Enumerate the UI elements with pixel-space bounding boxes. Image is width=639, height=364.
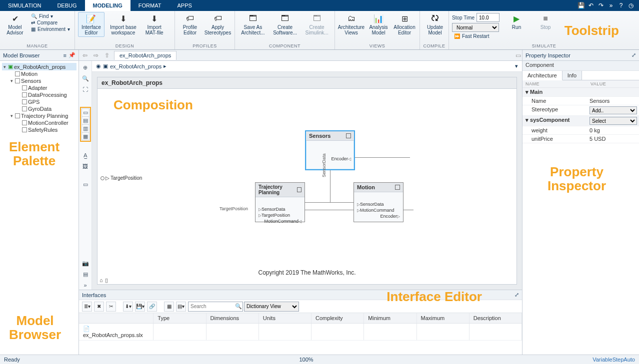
gear-icon[interactable]: ◷	[627, 1, 635, 9]
tree-item[interactable]: Adapter	[2, 84, 76, 91]
interface-editor-button[interactable]: 📝 Interface Editor	[78, 12, 104, 37]
tree-item[interactable]: MotionController	[2, 119, 76, 126]
analysis-model-button[interactable]: 📊 Analysis Model	[366, 12, 390, 37]
pi-tab-architecture[interactable]: Architecture	[522, 71, 562, 80]
external-input-port[interactable]: ▷TargetPosition	[100, 175, 142, 181]
if-col-max[interactable]: Maximum	[417, 313, 470, 323]
profile-editor-button[interactable]: 🏷 Profile Editor	[178, 12, 202, 37]
architecture-views-button[interactable]: 🗂 Architecture Views	[338, 12, 364, 37]
block-open-icon[interactable]	[395, 185, 400, 190]
stop-time-input[interactable]	[476, 13, 500, 22]
tree-item[interactable]: DataProcessing	[2, 91, 76, 98]
sim-mode-field[interactable]: Normal	[452, 23, 500, 32]
tree-root[interactable]: ▾▣ex_RobotArch_props	[2, 63, 76, 70]
if-col-type[interactable]: Type	[154, 313, 206, 323]
composition-canvas[interactable]: ex_RobotArch_props Composition ▷TargetPo…	[97, 77, 517, 285]
interfaces-table[interactable]: Type Dimensions Units Complexity Minimum…	[79, 313, 522, 355]
nav-back-icon[interactable]: ⇦	[81, 51, 89, 59]
redo-icon[interactable]: ↷	[597, 1, 605, 9]
block-sensors[interactable]: Sensors Encoder ◁	[305, 130, 355, 170]
pal-variant-icon[interactable]: ▤	[82, 116, 90, 124]
pal-component-icon[interactable]: ▭	[82, 108, 90, 116]
tree-item[interactable]: ▾Trajectory Planning	[2, 112, 76, 119]
if-import-icon[interactable]: ⬇▾	[123, 302, 133, 312]
nav-fwd-icon[interactable]: ⇨	[92, 51, 100, 59]
apply-stereotypes-button[interactable]: 🏷 Apply Stereotypes	[204, 12, 232, 37]
tree-item[interactable]: ▾Sensors	[2, 77, 76, 84]
pal-area-icon[interactable]: ▭	[81, 180, 90, 189]
qat-overflow-icon[interactable]: »	[607, 1, 615, 9]
sim-mode-select[interactable]: Normal	[452, 23, 499, 32]
pi-row-name[interactable]: NameSensors	[522, 97, 639, 105]
syscomponent-select[interactable]: Select	[590, 117, 637, 125]
block-motion[interactable]: Motion ▷ SensorData ▷ MotionCommand Enco…	[354, 182, 404, 222]
breadcrumb-hide-icon[interactable]: ◉	[96, 63, 101, 69]
pal-annotation-icon[interactable]: A̲	[81, 151, 90, 160]
tab-format[interactable]: FORMAT	[130, 0, 170, 11]
help-icon[interactable]: ?	[617, 1, 625, 9]
stop-time-field[interactable]: Stop Time	[452, 13, 500, 22]
tree-item[interactable]: SafetyRules	[2, 126, 76, 133]
nav-up-icon[interactable]: ⇧	[103, 51, 111, 59]
pal-fit-icon[interactable]: ⛶	[81, 85, 90, 94]
if-col-dim[interactable]: Dimensions	[206, 313, 259, 323]
if-view-icon[interactable]: ▤▾	[176, 302, 186, 312]
if-col-complex[interactable]: Complexity	[312, 313, 364, 323]
if-col-min[interactable]: Minimum	[364, 313, 416, 323]
if-save-icon[interactable]: 💾▾	[135, 302, 145, 312]
pal-image-icon[interactable]: 🖼	[81, 162, 90, 171]
tab-modeling[interactable]: MODELING	[85, 0, 130, 11]
pi-section-syscomponent[interactable]: ▾ sysComponentSelect	[522, 116, 639, 126]
interfaces-row[interactable]: 📄 ex_RobotArch_props.slx	[79, 324, 522, 341]
create-simulink-button[interactable]: 🗔 Create Simulink...	[302, 12, 332, 37]
stereotype-select[interactable]: Add..	[590, 106, 637, 114]
stop-button[interactable]: ■ Stop	[534, 12, 558, 31]
pal-more-icon[interactable]: »	[81, 281, 90, 290]
pi-maximize-icon[interactable]: ⤢	[632, 52, 636, 58]
breadcrumb[interactable]: ◉ ▣ ex_RobotArch_props ▸ ▾	[92, 61, 522, 72]
run-button[interactable]: ▶ Run	[504, 12, 528, 31]
editor-tab[interactable]: ex_RobotArch_props	[114, 51, 176, 60]
status-zoom[interactable]: 100%	[299, 357, 313, 363]
breadcrumb-item[interactable]: ex_RobotArch_props	[110, 63, 162, 69]
pal-expand-icon[interactable]: ⊕	[81, 63, 90, 72]
tab-apps[interactable]: APPS	[169, 0, 200, 11]
update-model-button[interactable]: 🗘 Update Model	[423, 12, 447, 37]
if-cut-icon[interactable]: ✂	[106, 302, 116, 312]
hierarchy-icon[interactable]: ⌂	[100, 277, 103, 283]
if-delete-icon[interactable]: ✖	[94, 302, 104, 312]
tile-icon[interactable]: ▭	[514, 51, 522, 59]
pal-ref-icon[interactable]: ▦	[82, 132, 90, 140]
tree-item[interactable]: GyroData	[2, 105, 76, 112]
pi-row-unitprice[interactable]: unitPrice5 USD	[522, 135, 639, 143]
tab-debug[interactable]: DEBUG	[49, 0, 84, 11]
pane-opts-icon[interactable]: ≡	[64, 52, 66, 58]
save-icon[interactable]: 💾	[577, 1, 585, 9]
import-base-workspace-button[interactable]: ⬇ Import base workspace	[106, 12, 140, 37]
compare-button[interactable]: ⇄Compare	[29, 19, 72, 26]
status-solver[interactable]: VariableStepAuto	[592, 357, 635, 363]
pin-icon[interactable]: 📌	[68, 52, 76, 58]
environment-button[interactable]: ▦Environment ▾	[29, 26, 72, 32]
if-col-name[interactable]	[79, 313, 154, 323]
fast-restart-button[interactable]: ⏩Fast Restart	[452, 33, 500, 39]
find-button[interactable]: 🔍Find ▾	[29, 13, 72, 19]
if-col-desc[interactable]: Description	[470, 313, 522, 323]
pal-bird-icon[interactable]: ▤	[81, 270, 90, 279]
block-trajectory-planning[interactable]: Trajectory Planning ▷ SensorData ▷ Targe…	[255, 182, 305, 222]
signals-icon[interactable]: ▯	[105, 277, 108, 284]
model-advisor-button[interactable]: ✔ Model Advisor	[3, 12, 27, 37]
search-go-icon[interactable]: 🔍	[235, 303, 242, 310]
import-mat-file-button[interactable]: ⬇ Import MAT-file	[142, 12, 167, 37]
tree-item[interactable]: Motion	[2, 70, 76, 77]
interfaces-view-select[interactable]: Dictionary View	[244, 302, 299, 312]
if-col-units[interactable]: Units	[259, 313, 312, 323]
pi-row-stereotype[interactable]: StereotypeAdd..	[522, 105, 639, 116]
pal-adapter-icon[interactable]: ▥	[82, 124, 90, 132]
tab-simulation[interactable]: SIMULATION	[0, 0, 49, 11]
undo-icon[interactable]: ↶	[587, 1, 595, 9]
block-open-icon[interactable]	[297, 187, 302, 192]
if-highlight-icon[interactable]: ▦	[164, 302, 174, 312]
tree-item[interactable]: GPS	[2, 98, 76, 105]
save-as-architecture-button[interactable]: 🗔 Save As Architect...	[238, 12, 268, 37]
